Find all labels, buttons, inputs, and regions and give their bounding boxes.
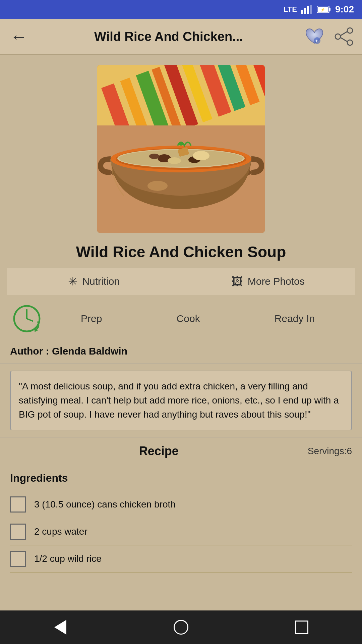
ingredient-item-1: 3 (10.5 ounce) cans chicken broth — [10, 491, 352, 518]
main-content: Wild Rice And Chicken Soup ✳ Nutrition 🖼… — [0, 55, 362, 610]
more-photos-button[interactable]: 🖼 More Photos — [181, 268, 355, 295]
svg-point-11 — [347, 40, 353, 45]
more-photos-label: More Photos — [248, 276, 305, 287]
svg-point-37 — [168, 157, 181, 164]
svg-point-10 — [347, 28, 353, 33]
home-circle-icon — [174, 620, 188, 635]
recipe-title: Wild Rice And Chicken Soup — [0, 239, 362, 268]
author-text: Author : Glenda Baldwin — [10, 345, 127, 357]
nutrition-icon: ✳ — [68, 275, 77, 288]
ingredient-item-3: 1/2 cup wild rice — [10, 545, 352, 573]
quote-text: "A most delicious soup, and if you add e… — [19, 379, 343, 422]
prep-label: Prep — [81, 313, 102, 324]
svg-rect-0 — [301, 10, 303, 14]
recipe-image-svg — [97, 65, 265, 233]
svg-point-35 — [149, 154, 159, 159]
recipe-image-container — [0, 55, 362, 239]
svg-text:⚡: ⚡ — [320, 7, 325, 12]
status-time: 9:02 — [335, 4, 354, 15]
bottom-nav — [0, 610, 362, 644]
ingredients-section: Ingredients 3 (10.5 ounce) cans chicken … — [0, 465, 362, 576]
nutrition-label: Nutrition — [82, 276, 120, 287]
recipe-label: Recipe — [10, 444, 308, 458]
svg-rect-5 — [329, 8, 330, 11]
back-triangle-icon — [54, 620, 66, 635]
action-buttons: ✳ Nutrition 🖼 More Photos — [7, 268, 355, 295]
ingredient-checkbox-2[interactable] — [10, 524, 26, 540]
ingredient-text-1: 3 (10.5 ounce) cans chicken broth — [34, 499, 176, 510]
signal-icon — [301, 5, 313, 14]
svg-line-13 — [341, 32, 347, 36]
cook-label: Cook — [177, 313, 200, 324]
heart-icon: + — [304, 26, 324, 47]
clock-icon — [12, 304, 42, 334]
ingredient-text-3: 1/2 cup wild rice — [34, 553, 102, 564]
time-labels: Prep Cook Ready In — [44, 313, 352, 324]
svg-text:+: + — [315, 39, 318, 43]
recents-square-icon — [295, 621, 308, 634]
share-button[interactable] — [333, 25, 355, 48]
servings-text: Servings:6 — [308, 446, 352, 457]
quote-box: "A most delicious soup, and if you add e… — [10, 371, 352, 430]
status-bar: LTE ⚡ 9:02 — [0, 0, 362, 19]
svg-point-38 — [178, 142, 184, 146]
nutrition-button[interactable]: ✳ Nutrition — [7, 268, 181, 295]
svg-rect-2 — [307, 6, 309, 14]
ingredient-checkbox-3[interactable] — [10, 551, 26, 567]
svg-line-43 — [27, 319, 33, 321]
nav-home-button[interactable] — [168, 614, 194, 641]
svg-point-12 — [335, 34, 341, 39]
ready-in-label: Ready In — [275, 313, 315, 324]
nav-bar: ← Wild Rice And Chicken... + — [0, 19, 362, 55]
svg-rect-1 — [304, 8, 306, 14]
svg-rect-3 — [310, 5, 312, 14]
author-section: Author : Glenda Baldwin — [0, 342, 362, 364]
nav-title: Wild Rice And Chicken... — [34, 30, 303, 44]
svg-line-14 — [341, 38, 347, 42]
nav-recents-button[interactable] — [288, 614, 315, 641]
photos-icon: 🖼 — [232, 275, 243, 288]
clock-icon-container — [10, 302, 44, 335]
time-info: Prep Cook Ready In — [0, 295, 362, 342]
ingredient-item-2: 2 cups water — [10, 518, 352, 545]
nav-back-button[interactable] — [47, 614, 74, 641]
ingredient-checkbox-1[interactable] — [10, 496, 26, 513]
recipe-section: Recipe Servings:6 — [0, 437, 362, 465]
lte-indicator: LTE — [284, 5, 297, 14]
svg-point-36 — [193, 151, 209, 160]
back-button[interactable]: ← — [7, 23, 31, 50]
svg-point-40 — [147, 181, 168, 191]
favorite-button[interactable]: + — [303, 25, 326, 48]
ingredients-title: Ingredients — [10, 472, 352, 484]
share-icon — [334, 26, 354, 47]
recipe-image — [97, 65, 265, 233]
ingredient-text-2: 2 cups water — [34, 526, 87, 537]
battery-icon: ⚡ — [317, 5, 331, 13]
